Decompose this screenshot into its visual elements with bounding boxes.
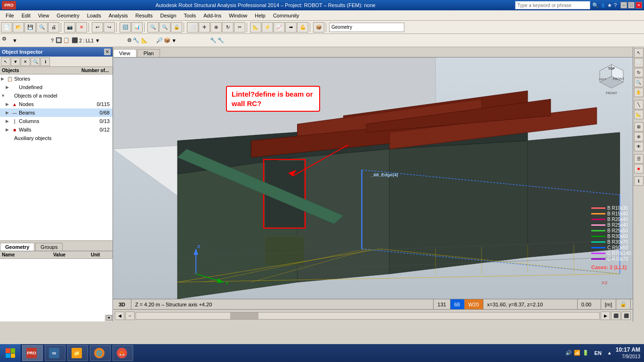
tree-expander-beams[interactable]: ▶: [6, 110, 11, 115]
zoom2-btn[interactable]: 🔍: [159, 22, 170, 33]
redo-btn[interactable]: ↪: [104, 22, 115, 33]
calc-btn[interactable]: 🔢: [120, 22, 131, 33]
tab-geometry[interactable]: Geometry: [0, 243, 34, 251]
bt-btn5[interactable]: ⬛: [621, 312, 631, 320]
rt-cursor-btn[interactable]: ↖: [634, 48, 644, 58]
rt-zoom-btn[interactable]: 🔍: [634, 78, 644, 87]
tb2-btn8[interactable]: 📦: [164, 37, 170, 43]
scroll-down-btn[interactable]: ▼: [106, 315, 112, 321]
stress-btn[interactable]: 💪: [297, 22, 308, 33]
menu-design[interactable]: Design: [156, 12, 180, 19]
it-delete-btn[interactable]: ✕: [21, 58, 30, 66]
bt-btn3[interactable]: ▶: [601, 312, 610, 320]
help-search-btn[interactable]: 🔍: [592, 2, 599, 8]
menu-tools[interactable]: Tools: [180, 12, 200, 19]
taskbar-files[interactable]: 📁: [67, 345, 88, 361]
undo-btn[interactable]: ↩: [92, 22, 103, 33]
tb2-btn3[interactable]: ⬛: [72, 37, 78, 43]
tab-groups[interactable]: Groups: [35, 243, 63, 251]
rt-ortho-btn[interactable]: ⊕: [634, 132, 644, 141]
tree-item-walls[interactable]: ▶ ■ Walls 0/12: [0, 125, 113, 134]
tree-item-beams[interactable]: ▶ — Beams 0/68: [0, 108, 113, 117]
tb2-btn9[interactable]: 🔧: [210, 37, 217, 43]
loadcase-dropdown[interactable]: 2 : LL1 ▼: [79, 38, 126, 43]
help-btn[interactable]: ?: [614, 2, 617, 8]
bt-btn2[interactable]: ↔: [125, 312, 135, 320]
menu-community[interactable]: Community: [269, 12, 303, 19]
tb2-btn5[interactable]: 🔧: [133, 37, 139, 43]
open-btn[interactable]: 📂: [13, 22, 24, 33]
sel-dropdown[interactable]: ▼: [12, 38, 50, 43]
rt-measure-btn[interactable]: 📐: [634, 110, 644, 119]
tree-expander-stories[interactable]: ▶: [1, 76, 7, 81]
view-btn[interactable]: 🔲: [56, 37, 62, 43]
prop-scroll[interactable]: [0, 259, 113, 315]
tb2-btn1[interactable]: ⚙: [2, 36, 11, 45]
scene[interactable]: Z Y X2 _68_Edge(4): [113, 58, 633, 299]
rotate-btn[interactable]: ↻: [222, 22, 233, 33]
tree-expander-undefined[interactable]: ▶: [6, 85, 11, 90]
scrollbar-thumb[interactable]: [230, 313, 258, 319]
delete-btn[interactable]: ✕: [76, 22, 87, 33]
menu-loads[interactable]: Loads: [83, 12, 105, 19]
menu-window[interactable]: Window: [225, 12, 251, 19]
lang-display[interactable]: EN: [593, 350, 604, 356]
rt-pan-btn[interactable]: ✋: [634, 88, 644, 97]
tb2-btn2[interactable]: ?: [51, 38, 54, 43]
screenshot-btn[interactable]: 📷: [64, 22, 75, 33]
zoom-btn[interactable]: 🔍: [147, 22, 159, 33]
taskbar-browser[interactable]: 🌐: [90, 345, 111, 361]
intersect-btn[interactable]: ⊕: [210, 22, 222, 33]
tb2-btn4[interactable]: ⚙: [127, 37, 132, 43]
taskbar-robot[interactable]: PRO: [22, 345, 43, 361]
rt-visible-btn[interactable]: 👁: [634, 142, 644, 151]
minimize-btn[interactable]: –: [620, 2, 627, 8]
tree-expander-columns[interactable]: ▶: [6, 119, 11, 123]
lock-btn[interactable]: 🔒: [171, 22, 182, 33]
view-tab-view[interactable]: View: [113, 49, 137, 57]
inspector-close-btn[interactable]: ✕: [104, 49, 111, 55]
it-filter-btn[interactable]: ▼: [11, 58, 20, 66]
tree-item-undefined[interactable]: ▶ Undefined: [0, 83, 113, 91]
tree-item-columns[interactable]: ▶ | Columns 0/13: [0, 117, 113, 125]
clock[interactable]: 10:17 AM 7/9/2013: [616, 346, 640, 361]
rt-color-btn[interactable]: ■: [634, 164, 644, 173]
horizontal-scrollbar[interactable]: [136, 312, 600, 320]
section-btn[interactable]: ⬜: [187, 22, 198, 33]
rt-info-btn[interactable]: ℹ: [634, 176, 644, 186]
menu-results[interactable]: Results: [132, 12, 157, 19]
rt-select-btn[interactable]: ⬜: [634, 58, 644, 67]
tb2-btn7[interactable]: 🔎: [156, 37, 163, 43]
snap-btn[interactable]: ✛: [199, 22, 210, 33]
it-search-btn[interactable]: 🔍: [31, 58, 40, 66]
menu-addins[interactable]: Add-Ins: [200, 12, 225, 19]
tb2-btn10[interactable]: 🔧: [217, 37, 224, 43]
rt-grid-btn[interactable]: ⊞: [634, 122, 644, 132]
tree-expander-objects[interactable]: ▼: [1, 93, 7, 98]
tree-expander-nodes[interactable]: ▶: [6, 102, 11, 107]
rt-rotate-btn[interactable]: ↻: [634, 68, 644, 77]
react-btn[interactable]: ⚡: [262, 22, 273, 33]
view-cube[interactable]: TOP LEFT FRONT FRONT: [595, 62, 628, 95]
print-preview-btn[interactable]: 🔍: [36, 22, 48, 33]
bt-btn4[interactable]: ⬛: [611, 312, 620, 320]
tree-item-nodes[interactable]: ▶ ▲ Nodes 0/115: [0, 100, 113, 108]
force-btn[interactable]: ➡: [285, 22, 297, 33]
tree-item-objects-model[interactable]: ▼ Objects of a model: [0, 91, 113, 100]
cut-btn[interactable]: ✂: [234, 22, 245, 33]
disp-btn[interactable]: 📐: [250, 22, 261, 33]
tree-item-auxiliary[interactable]: Auxiliary objects: [0, 134, 113, 142]
taskbar-ni[interactable]: NI: [45, 345, 65, 361]
it-cursor-btn[interactable]: ↖: [1, 58, 10, 66]
print-btn[interactable]: 🖨: [48, 22, 59, 33]
menu-file[interactable]: File: [2, 12, 18, 19]
rt-line-btn[interactable]: ╲: [634, 100, 644, 109]
menu-edit[interactable]: Edit: [18, 12, 34, 19]
tb2-dropdown2[interactable]: ▼: [171, 38, 209, 43]
menu-geometry[interactable]: Geometry: [53, 12, 83, 19]
save-btn[interactable]: 💾: [24, 22, 36, 33]
favorites-btn[interactable]: ★: [607, 2, 612, 8]
tb2-btn6[interactable]: 📐: [141, 37, 154, 43]
tree-item-stories[interactable]: ▶ 📋 Stories: [0, 74, 113, 83]
menu-view[interactable]: View: [34, 12, 53, 19]
